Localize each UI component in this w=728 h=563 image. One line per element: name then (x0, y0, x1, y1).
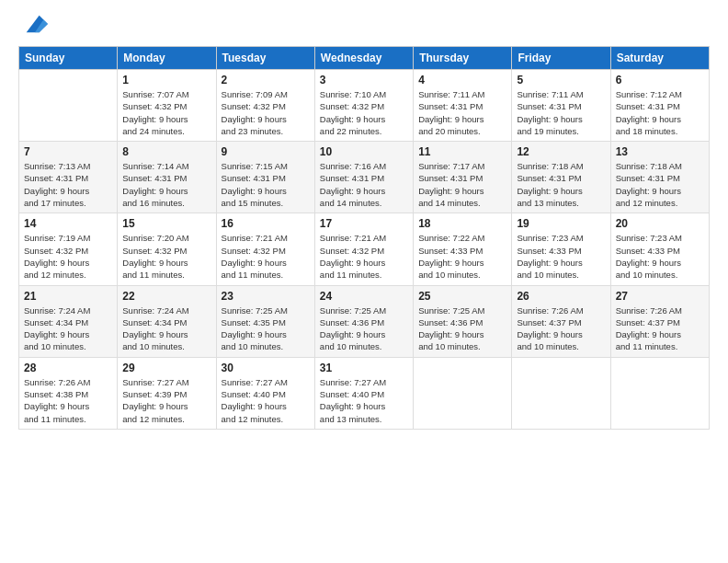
weekday-header: Thursday (414, 47, 512, 70)
day-number: 11 (418, 145, 506, 158)
day-number: 29 (122, 362, 210, 374)
calendar-cell: 10Sunrise: 7:16 AMSunset: 4:31 PMDayligh… (314, 142, 413, 213)
calendar-cell: 4Sunrise: 7:11 AMSunset: 4:31 PMDaylight… (414, 70, 512, 142)
day-info: Sunrise: 7:11 AMSunset: 4:31 PMDaylight:… (517, 88, 605, 137)
day-number: 5 (517, 74, 605, 86)
day-number: 16 (222, 217, 310, 230)
calendar-cell: 9Sunrise: 7:15 AMSunset: 4:31 PMDaylight… (216, 142, 314, 213)
calendar-cell: 1Sunrise: 7:07 AMSunset: 4:32 PMDaylight… (118, 70, 216, 142)
page: SundayMondayTuesdayWednesdayThursdayFrid… (0, 0, 728, 563)
calendar-cell (414, 357, 512, 429)
calendar-cell: 26Sunrise: 7:26 AMSunset: 4:37 PMDayligh… (512, 285, 610, 357)
day-info: Sunrise: 7:27 AMSunset: 4:40 PMDaylight:… (222, 376, 310, 425)
day-number: 28 (24, 362, 112, 374)
calendar-cell: 24Sunrise: 7:25 AMSunset: 4:36 PMDayligh… (314, 285, 413, 357)
calendar: SundayMondayTuesdayWednesdayThursdayFrid… (18, 46, 710, 430)
day-number: 24 (320, 290, 408, 303)
calendar-cell: 28Sunrise: 7:26 AMSunset: 4:38 PMDayligh… (19, 357, 118, 429)
day-info: Sunrise: 7:12 AMSunset: 4:31 PMDaylight:… (616, 88, 704, 137)
logo-icon (22, 11, 48, 37)
day-number: 6 (616, 74, 704, 86)
weekday-header: Tuesday (216, 47, 314, 70)
day-info: Sunrise: 7:09 AMSunset: 4:32 PMDaylight:… (222, 88, 310, 137)
day-number: 30 (222, 362, 310, 374)
day-info: Sunrise: 7:27 AMSunset: 4:40 PMDaylight:… (320, 376, 408, 425)
day-number: 25 (418, 290, 506, 303)
day-info: Sunrise: 7:24 AMSunset: 4:34 PMDaylight:… (122, 304, 210, 353)
day-number: 8 (122, 145, 210, 158)
calendar-cell: 29Sunrise: 7:27 AMSunset: 4:39 PMDayligh… (118, 357, 216, 429)
calendar-cell: 31Sunrise: 7:27 AMSunset: 4:40 PMDayligh… (314, 357, 413, 429)
day-number: 17 (320, 217, 408, 230)
calendar-cell: 6Sunrise: 7:12 AMSunset: 4:31 PMDaylight… (610, 70, 709, 142)
day-number: 26 (517, 290, 605, 303)
logo (18, 15, 48, 37)
calendar-cell: 5Sunrise: 7:11 AMSunset: 4:31 PMDaylight… (512, 70, 610, 142)
day-number: 18 (418, 217, 506, 230)
calendar-cell (610, 357, 709, 429)
day-number: 27 (616, 290, 704, 303)
calendar-cell: 16Sunrise: 7:21 AMSunset: 4:32 PMDayligh… (216, 213, 314, 285)
weekday-header: Sunday (19, 47, 118, 70)
day-info: Sunrise: 7:10 AMSunset: 4:32 PMDaylight:… (320, 88, 408, 137)
calendar-cell: 14Sunrise: 7:19 AMSunset: 4:32 PMDayligh… (19, 213, 118, 285)
calendar-cell: 17Sunrise: 7:21 AMSunset: 4:32 PMDayligh… (314, 213, 413, 285)
calendar-cell: 25Sunrise: 7:25 AMSunset: 4:36 PMDayligh… (414, 285, 512, 357)
day-info: Sunrise: 7:22 AMSunset: 4:33 PMDaylight:… (418, 232, 506, 281)
day-info: Sunrise: 7:23 AMSunset: 4:33 PMDaylight:… (616, 232, 704, 281)
day-number: 2 (222, 74, 310, 86)
day-number: 31 (320, 362, 408, 374)
day-info: Sunrise: 7:13 AMSunset: 4:31 PMDaylight:… (24, 160, 112, 209)
calendar-cell: 20Sunrise: 7:23 AMSunset: 4:33 PMDayligh… (610, 213, 709, 285)
day-info: Sunrise: 7:11 AMSunset: 4:31 PMDaylight:… (418, 88, 506, 137)
day-number: 10 (320, 145, 408, 158)
calendar-cell: 11Sunrise: 7:17 AMSunset: 4:31 PMDayligh… (414, 142, 512, 213)
day-info: Sunrise: 7:16 AMSunset: 4:31 PMDaylight:… (320, 160, 408, 209)
calendar-cell: 7Sunrise: 7:13 AMSunset: 4:31 PMDaylight… (19, 142, 118, 213)
weekday-header: Friday (512, 47, 610, 70)
calendar-cell: 23Sunrise: 7:25 AMSunset: 4:35 PMDayligh… (216, 285, 314, 357)
calendar-cell: 27Sunrise: 7:26 AMSunset: 4:37 PMDayligh… (610, 285, 709, 357)
day-number: 15 (122, 217, 210, 230)
calendar-cell: 13Sunrise: 7:18 AMSunset: 4:31 PMDayligh… (610, 142, 709, 213)
day-number: 4 (418, 74, 506, 86)
calendar-cell: 21Sunrise: 7:24 AMSunset: 4:34 PMDayligh… (19, 285, 118, 357)
day-info: Sunrise: 7:18 AMSunset: 4:31 PMDaylight:… (517, 160, 605, 209)
day-number: 19 (517, 217, 605, 230)
calendar-cell: 15Sunrise: 7:20 AMSunset: 4:32 PMDayligh… (118, 213, 216, 285)
calendar-cell: 30Sunrise: 7:27 AMSunset: 4:40 PMDayligh… (216, 357, 314, 429)
weekday-header: Wednesday (314, 47, 413, 70)
calendar-cell: 19Sunrise: 7:23 AMSunset: 4:33 PMDayligh… (512, 213, 610, 285)
day-info: Sunrise: 7:20 AMSunset: 4:32 PMDaylight:… (122, 232, 210, 281)
day-number: 7 (24, 145, 112, 158)
day-number: 22 (122, 290, 210, 303)
day-number: 23 (222, 290, 310, 303)
calendar-cell: 3Sunrise: 7:10 AMSunset: 4:32 PMDaylight… (314, 70, 413, 142)
calendar-cell: 2Sunrise: 7:09 AMSunset: 4:32 PMDaylight… (216, 70, 314, 142)
day-info: Sunrise: 7:14 AMSunset: 4:31 PMDaylight:… (122, 160, 210, 209)
day-info: Sunrise: 7:26 AMSunset: 4:38 PMDaylight:… (24, 376, 112, 425)
day-number: 1 (122, 74, 210, 86)
day-info: Sunrise: 7:21 AMSunset: 4:32 PMDaylight:… (320, 232, 408, 281)
calendar-cell: 18Sunrise: 7:22 AMSunset: 4:33 PMDayligh… (414, 213, 512, 285)
day-info: Sunrise: 7:24 AMSunset: 4:34 PMDaylight:… (24, 304, 112, 353)
day-number: 9 (222, 145, 310, 158)
calendar-cell: 12Sunrise: 7:18 AMSunset: 4:31 PMDayligh… (512, 142, 610, 213)
day-info: Sunrise: 7:21 AMSunset: 4:32 PMDaylight:… (222, 232, 310, 281)
day-info: Sunrise: 7:17 AMSunset: 4:31 PMDaylight:… (418, 160, 506, 209)
day-info: Sunrise: 7:25 AMSunset: 4:35 PMDaylight:… (222, 304, 310, 353)
day-info: Sunrise: 7:19 AMSunset: 4:32 PMDaylight:… (24, 232, 112, 281)
calendar-cell: 22Sunrise: 7:24 AMSunset: 4:34 PMDayligh… (118, 285, 216, 357)
day-number: 21 (24, 290, 112, 303)
day-info: Sunrise: 7:15 AMSunset: 4:31 PMDaylight:… (222, 160, 310, 209)
weekday-header: Saturday (610, 47, 709, 70)
header (18, 15, 710, 37)
day-info: Sunrise: 7:26 AMSunset: 4:37 PMDaylight:… (517, 304, 605, 353)
day-number: 14 (24, 217, 112, 230)
day-number: 13 (616, 145, 704, 158)
day-number: 3 (320, 74, 408, 86)
day-info: Sunrise: 7:18 AMSunset: 4:31 PMDaylight:… (616, 160, 704, 209)
day-info: Sunrise: 7:26 AMSunset: 4:37 PMDaylight:… (616, 304, 704, 353)
day-number: 20 (616, 217, 704, 230)
day-info: Sunrise: 7:25 AMSunset: 4:36 PMDaylight:… (320, 304, 408, 353)
